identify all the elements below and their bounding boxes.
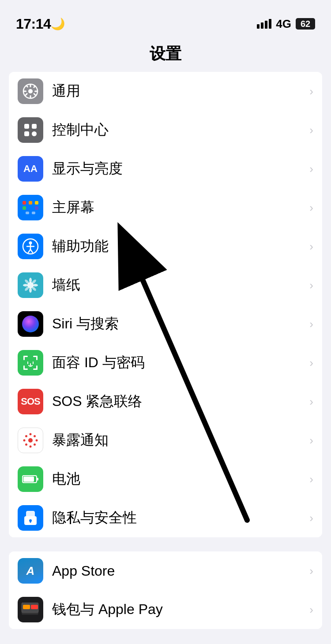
svg-rect-58 xyxy=(23,476,34,482)
appstore-icon: A xyxy=(18,558,43,584)
svg-rect-3 xyxy=(30,95,31,98)
svg-point-50 xyxy=(30,446,32,448)
control-center-label: 控制中心 xyxy=(52,120,309,140)
status-time: 17:14 xyxy=(16,16,51,32)
wallet-label: 钱包与 Apple Pay xyxy=(52,600,309,619)
settings-item-siri[interactable]: Siri 与搜索 › xyxy=(9,305,322,343)
svg-rect-69 xyxy=(31,605,38,609)
svg-rect-10 xyxy=(24,124,29,129)
faceid-icon xyxy=(18,350,43,376)
svg-rect-5 xyxy=(34,91,38,92)
settings-item-homescreen[interactable]: 主屏幕 › xyxy=(9,188,322,227)
settings-item-exposure[interactable]: 暴露通知 › xyxy=(9,421,322,460)
control-center-icon xyxy=(18,117,43,143)
settings-item-wallet[interactable]: 钱包与 Apple Pay › xyxy=(9,590,322,629)
appstore-label: App Store xyxy=(52,563,309,579)
svg-point-54 xyxy=(34,443,36,446)
settings-item-control-center[interactable]: 控制中心 › xyxy=(9,111,322,149)
siri-chevron: › xyxy=(309,317,313,331)
wallpaper-icon xyxy=(18,272,43,298)
svg-line-27 xyxy=(30,249,33,253)
status-icons: 4G 62 xyxy=(257,17,315,31)
battery-label: 电池 xyxy=(52,469,309,489)
svg-rect-4 xyxy=(23,91,26,92)
svg-point-31 xyxy=(23,284,28,287)
display-chevron: › xyxy=(309,162,313,176)
svg-rect-14 xyxy=(23,201,26,205)
battery-chevron: › xyxy=(309,473,313,486)
svg-rect-21 xyxy=(32,212,35,214)
svg-point-13 xyxy=(32,131,37,136)
settings-item-wallpaper[interactable]: 墙纸 › xyxy=(9,266,322,305)
svg-point-52 xyxy=(36,439,38,442)
general-icon xyxy=(18,78,43,104)
svg-point-30 xyxy=(29,287,32,293)
siri-icon xyxy=(18,311,43,337)
svg-rect-59 xyxy=(37,478,38,480)
accessibility-label: 辅助功能 xyxy=(52,237,309,256)
svg-rect-63 xyxy=(30,521,31,523)
general-chevron: › xyxy=(309,85,313,98)
settings-item-faceid[interactable]: 面容 ID 与密码 › xyxy=(9,343,322,382)
display-label: 显示与亮度 xyxy=(52,159,309,179)
settings-item-battery[interactable]: 电池 › xyxy=(9,460,322,499)
privacy-icon xyxy=(18,505,43,531)
accessibility-chevron: › xyxy=(309,240,313,253)
svg-rect-16 xyxy=(35,201,38,205)
exposure-chevron: › xyxy=(309,434,313,447)
sos-label: SOS 紧急联络 xyxy=(52,392,309,411)
battery-icon xyxy=(18,466,43,492)
svg-point-32 xyxy=(33,284,38,287)
privacy-chevron: › xyxy=(309,511,313,525)
svg-text:A: A xyxy=(26,564,35,577)
settings-item-display[interactable]: AA 显示与亮度 › xyxy=(9,149,322,188)
settings-group-2: A App Store › 钱包与 Apple Pay › xyxy=(9,551,322,629)
homescreen-label: 主屏幕 xyxy=(52,198,309,217)
svg-rect-19 xyxy=(35,206,38,210)
general-label: 通用 xyxy=(52,82,309,101)
svg-rect-2 xyxy=(30,84,31,87)
settings-item-appstore[interactable]: A App Store › xyxy=(9,551,322,590)
faceid-chevron: › xyxy=(309,356,313,370)
settings-group-1: 通用 › 控制中心 › AA 显示与亮度 › xyxy=(9,72,322,537)
svg-rect-12 xyxy=(24,131,29,136)
settings-item-privacy[interactable]: 隐私与安全性 › xyxy=(9,499,322,537)
settings-item-sos[interactable]: SOS SOS 紧急联络 › xyxy=(9,382,322,421)
exposure-label: 暴露通知 xyxy=(52,431,309,450)
svg-rect-42 xyxy=(23,365,25,370)
siri-label: Siri 与搜索 xyxy=(52,314,309,334)
privacy-label: 隐私与安全性 xyxy=(52,508,309,528)
signal-icon xyxy=(257,19,271,29)
faceid-label: 面容 ID 与密码 xyxy=(52,353,309,372)
svg-rect-11 xyxy=(32,124,37,129)
svg-point-23 xyxy=(29,242,32,245)
wallet-icon xyxy=(18,597,43,622)
sos-icon: SOS xyxy=(18,389,43,414)
wallet-chevron: › xyxy=(309,603,313,617)
settings-item-accessibility[interactable]: 辅助功能 › xyxy=(9,227,322,266)
svg-rect-18 xyxy=(29,206,32,210)
moon-icon: 🌙 xyxy=(51,17,65,31)
svg-point-29 xyxy=(29,278,32,283)
appstore-chevron: › xyxy=(309,564,313,578)
display-icon: AA xyxy=(18,156,43,182)
svg-rect-15 xyxy=(29,201,32,205)
svg-point-51 xyxy=(23,439,26,442)
svg-rect-68 xyxy=(23,605,30,609)
svg-rect-17 xyxy=(23,206,26,210)
settings-item-general[interactable]: 通用 › xyxy=(9,72,322,111)
svg-point-48 xyxy=(28,438,33,443)
svg-rect-38 xyxy=(23,356,25,360)
svg-point-55 xyxy=(34,435,36,437)
svg-rect-44 xyxy=(36,365,38,370)
svg-point-1 xyxy=(28,89,33,93)
network-type: 4G xyxy=(276,17,291,31)
page-header: 设置 xyxy=(0,39,331,72)
svg-point-49 xyxy=(30,433,32,436)
svg-point-56 xyxy=(25,443,27,446)
accessibility-icon xyxy=(18,234,43,259)
status-bar: 17:14 🌙 4G 62 xyxy=(0,0,331,39)
svg-rect-20 xyxy=(26,212,29,214)
wallpaper-label: 墙纸 xyxy=(52,275,309,295)
battery-indicator: 62 xyxy=(296,18,315,30)
